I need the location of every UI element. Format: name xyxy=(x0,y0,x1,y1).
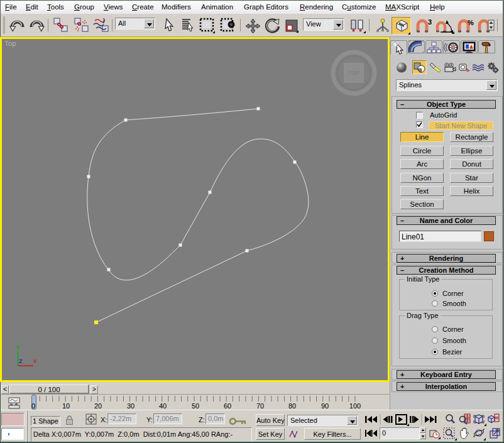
svg-text:TOP: TOP xyxy=(348,70,359,76)
svg-text:%: % xyxy=(468,19,474,26)
svg-text:3: 3 xyxy=(428,19,432,26)
svg-text:y: y xyxy=(16,342,20,350)
svg-text:x: x xyxy=(33,357,37,364)
svg-text:z: z xyxy=(19,357,23,364)
